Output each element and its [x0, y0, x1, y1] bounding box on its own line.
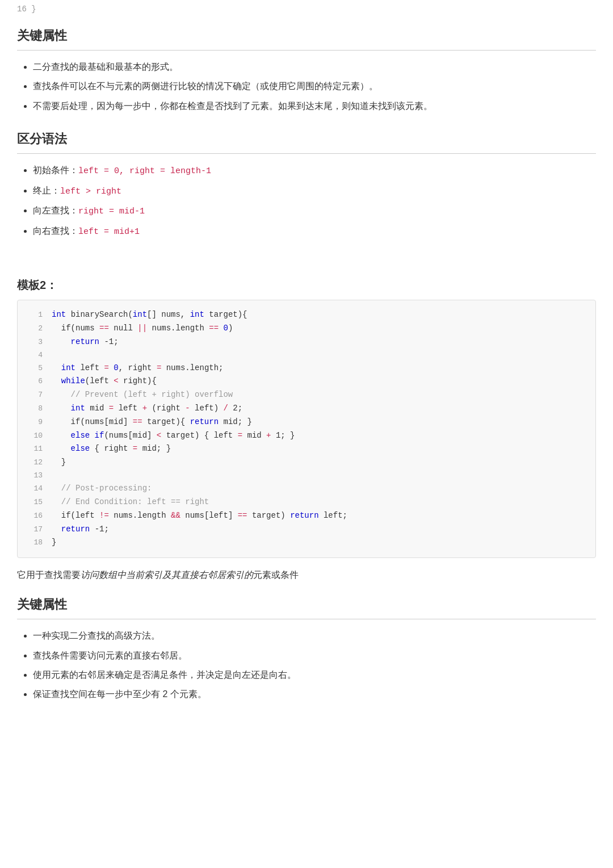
line-number: 16: [27, 510, 43, 522]
code-line-4: 4: [27, 349, 586, 362]
list-item: 一种实现二分查找的高级方法。: [33, 627, 596, 644]
list-item: 终止：left > right: [33, 182, 596, 200]
line-number: 5: [27, 362, 43, 375]
section2-title: 区分语法: [17, 131, 596, 148]
code-line-15: 15 // End Condition: left == right: [27, 496, 586, 509]
line-number: 14: [27, 483, 43, 495]
section3-title: 关键属性: [17, 596, 596, 613]
line-number: 1: [27, 309, 43, 321]
code-line-5: 5 int left = 0, right = nums.length;: [27, 362, 586, 375]
list-item: 保证查找空间在每一步中至少有 2 个元素。: [33, 686, 596, 703]
bullet-prefix: 终止：: [33, 186, 60, 195]
code-line-13: 13: [27, 469, 586, 482]
list-item: 使用元素的右邻居来确定是否满足条件，并决定是向左还是向右。: [33, 666, 596, 684]
code-line-1: 1 int binarySearch(int[] nums, int targe…: [27, 308, 586, 322]
code-text: // End Condition: left == right: [52, 496, 209, 509]
code-line-2: 2 if(nums == null || nums.length == 0): [27, 322, 586, 336]
section2-divider: [17, 153, 596, 154]
section3-list: 一种实现二分查找的高级方法。 查找条件需要访问元素的直接右邻居。 使用元素的右邻…: [17, 627, 596, 703]
bullet-prefix: 初始条件：: [33, 165, 78, 175]
code-line-11: 11 else { right = mid; }: [27, 442, 586, 456]
list-item: 向左查找：right = mid-1: [33, 202, 596, 220]
line-number: 2: [27, 322, 43, 335]
template2-label: 模板2：: [17, 278, 596, 293]
list-item: 二分查找的最基础和最基本的形式。: [33, 58, 596, 76]
code-line-9: 9 if(nums[mid] == target){ return mid; }: [27, 416, 586, 429]
list-item: 向右查找：left = mid+1: [33, 223, 596, 241]
code-text: int binarySearch(int[] nums, int target)…: [52, 308, 247, 322]
bullet-code: left > right: [60, 187, 121, 196]
code-line-17: 17 return -1;: [27, 523, 586, 536]
code-text: }: [52, 456, 66, 469]
list-item: 查找条件需要访问元素的直接右邻居。: [33, 647, 596, 664]
code-text: int mid = left + (right - left) / 2;: [52, 402, 242, 416]
line-number: 13: [27, 469, 43, 482]
line-number: 15: [27, 496, 43, 509]
list-item: 查找条件可以在不与元素的两侧进行比较的情况下确定（或使用它周围的特定元素）。: [33, 78, 596, 95]
bullet-code: right = mid-1: [78, 207, 145, 216]
line-number: 4: [27, 349, 43, 362]
top-stub-line: 16 }: [17, 0, 596, 14]
code-text: int left = 0, right = nums.length;: [52, 362, 224, 375]
code-text: if(nums == null || nums.length == 0): [52, 322, 233, 336]
line-number: 18: [27, 536, 43, 549]
code-line-14: 14 // Post-processing:: [27, 482, 586, 496]
bullet-code: left = 0, right = length-1: [78, 166, 211, 176]
code-line-16: 16 if(left != nums.length && nums[left] …: [27, 509, 586, 523]
section1-divider: [17, 50, 596, 51]
list-item: 不需要后处理，因为每一步中，你都在检查是否找到了元素。如果到达末尾，则知道未找到…: [33, 98, 596, 115]
line-number: 8: [27, 402, 43, 415]
line-number: 3: [27, 336, 43, 349]
code-line-3: 3 return -1;: [27, 336, 586, 349]
line-number: 11: [27, 443, 43, 455]
line-number: 17: [27, 523, 43, 536]
code-text: }: [52, 536, 56, 550]
bullet-code: left = mid+1: [78, 227, 140, 237]
section1-title: 关键属性: [17, 27, 596, 44]
code-line-8: 8 int mid = left + (right - left) / 2;: [27, 402, 586, 416]
section3-divider: [17, 619, 596, 619]
code-text: return -1;: [52, 523, 109, 536]
section1-list: 二分查找的最基础和最基本的形式。 查找条件可以在不与元素的两侧进行比较的情况下确…: [17, 58, 596, 115]
code-line-6: 6 while(left < right){: [27, 375, 586, 388]
section2-list: 初始条件：left = 0, right = length-1 终止：left …: [17, 162, 596, 240]
line-number: 6: [27, 375, 43, 388]
line-number: 9: [27, 416, 43, 429]
code-text: // Post-processing:: [52, 482, 152, 496]
bullet-prefix: 向右查找：: [33, 226, 78, 236]
list-item: 初始条件：left = 0, right = length-1: [33, 162, 596, 180]
code-block: 1 int binarySearch(int[] nums, int targe…: [17, 300, 596, 558]
code-text: else if(nums[mid] < target) { left = mid…: [52, 429, 295, 443]
code-text: if(nums[mid] == target){ return mid; }: [52, 416, 252, 429]
line-number: 10: [27, 430, 43, 442]
bullet-prefix: 向左查找：: [33, 206, 78, 215]
code-line-10: 10 else if(nums[mid] < target) { left = …: [27, 429, 586, 443]
line-number: 12: [27, 456, 43, 469]
line-number: 7: [27, 389, 43, 401]
code-line-18: 18 }: [27, 536, 586, 550]
code-line-7: 7 // Prevent (left + right) overflow: [27, 388, 586, 402]
description-italic: 访问数组中当前索引及其直接右邻居索引的: [81, 570, 253, 580]
code-text: while(left < right){: [52, 375, 157, 388]
description-text: 它用于查找需要访问数组中当前索引及其直接右邻居索引的元素或条件: [17, 567, 596, 582]
code-text: else { right = mid; }: [52, 442, 171, 456]
code-text: // Prevent (left + right) overflow: [52, 388, 233, 402]
code-text: return -1;: [52, 336, 119, 349]
code-text: if(left != nums.length && nums[left] == …: [52, 509, 347, 523]
code-line-12: 12 }: [27, 456, 586, 469]
